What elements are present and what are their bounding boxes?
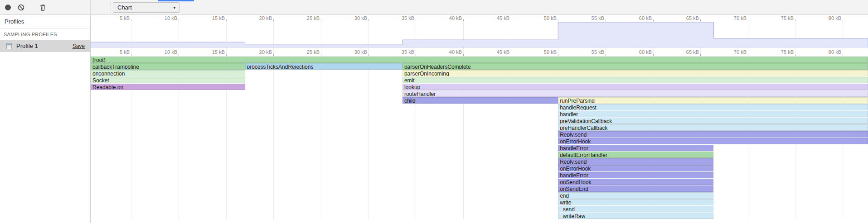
- trash-icon: [39, 4, 47, 11]
- flame-bar-reply-send[interactable]: Reply.send: [558, 158, 713, 165]
- flame-bar-child[interactable]: child: [402, 97, 558, 104]
- flame-bar-parseronheaderscomplete[interactable]: parserOnHeadersComplete: [402, 63, 868, 70]
- ruler-tick-label: 75 kB: [771, 49, 794, 55]
- ruler-tick-label: 15 kB: [202, 15, 225, 21]
- toolbar-separator: [111, 2, 111, 13]
- flame-bar-onsendend[interactable]: onSendEnd: [558, 185, 713, 192]
- sampling-profiles-heading: SAMPLING PROFILES: [0, 28, 90, 40]
- circle-slash-icon: [17, 4, 25, 11]
- ruler-tick-mark: [795, 54, 795, 56]
- ruler-tick-label: 65 kB: [676, 49, 699, 55]
- flame-bar-handleerror[interactable]: handleError: [558, 172, 713, 178]
- ruler-tick-label: 30 kB: [344, 15, 367, 21]
- flame-bar-label: onErrorHook: [558, 138, 868, 144]
- ruler-tick-mark: [653, 54, 654, 56]
- flame-bar-label: _send: [558, 206, 713, 212]
- ruler-tick-mark: [131, 54, 131, 56]
- ruler-tick-label: 20 kB: [249, 15, 272, 21]
- flame-bar-label: onSendEnd: [558, 186, 713, 192]
- flame-bar-label: end: [558, 193, 713, 199]
- flame-bar-handleerror[interactable]: handleError: [558, 145, 713, 151]
- flame-bar-label: onSendHook: [558, 179, 713, 185]
- flame-bar-label: preValidationCallback: [558, 118, 868, 124]
- ruler-tick-label: 20 kB: [249, 49, 272, 55]
- ruler-tick-mark: [700, 54, 701, 56]
- ruler-bottom[interactable]: 5 kB10 kB15 kB20 kB25 kB30 kB35 kB40 kB4…: [91, 47, 868, 56]
- overview-timeline[interactable]: [91, 21, 868, 47]
- flame-bar-label: onconnection: [91, 71, 245, 76]
- ruler-tick-label: 75 kB: [771, 15, 794, 21]
- flame-bar-onconnection[interactable]: onconnection: [91, 70, 245, 76]
- delete-profile-button[interactable]: [39, 4, 47, 11]
- ruler-tick-label: 50 kB: [534, 49, 557, 55]
- record-icon: [5, 5, 11, 10]
- ruler-top[interactable]: 5 kB10 kB15 kB20 kB25 kB30 kB35 kB40 kB4…: [91, 15, 868, 21]
- ruler-tick-mark: [558, 54, 558, 56]
- flame-bar-send[interactable]: _send: [558, 206, 713, 212]
- ruler-tick-label: 55 kB: [582, 15, 604, 21]
- flame-bar-label: parserOnHeadersComplete: [403, 64, 868, 70]
- flame-bar-label: write_: [558, 199, 713, 205]
- profiles-sidebar: Profiles SAMPLING PROFILES Profile 1 Sav…: [0, 15, 91, 223]
- flame-bar-label: handleError: [558, 145, 713, 151]
- ruler-tick-label: 70 kB: [724, 49, 747, 55]
- ruler-tick-label: 60 kB: [629, 49, 652, 55]
- flame-bar-handler[interactable]: handler: [558, 111, 868, 117]
- ruler-tick-mark: [843, 54, 843, 56]
- flame-bar-defaulterrorhandler[interactable]: defaultErrorHandler: [558, 152, 713, 158]
- flame-bar-socket[interactable]: Socket: [91, 77, 245, 83]
- flame-bar-onerrorhook[interactable]: onErrorHook: [558, 165, 713, 171]
- flame-bar-readable-on[interactable]: Readable.on: [91, 84, 245, 90]
- ruler-tick-label: 40 kB: [439, 15, 462, 21]
- flame-bar-prehandlercallback[interactable]: preHandlerCallback: [558, 124, 868, 131]
- ruler-tick-label: 35 kB: [392, 49, 414, 55]
- flame-bar-write[interactable]: write_: [558, 199, 713, 205]
- ruler-tick-label: 10 kB: [155, 49, 177, 55]
- flame-bar-handlerequest[interactable]: handleRequest: [558, 104, 868, 110]
- record-button[interactable]: [4, 4, 12, 11]
- flame-bar-label: Readable.on: [91, 84, 245, 90]
- flame-bar-processticksandrejections[interactable]: processTicksAndRejections: [245, 63, 402, 70]
- ruler-tick-label: 80 kB: [819, 15, 841, 21]
- flame-bar-prevalidationcallback[interactable]: preValidationCallback: [558, 118, 868, 124]
- flame-bar-callbacktrampoline[interactable]: callbackTrampoline: [91, 63, 245, 70]
- flame-bar-parseronincoming[interactable]: parserOnIncoming: [402, 70, 868, 76]
- flame-bar-label: handler: [558, 111, 868, 117]
- flame-bar-runpreparsing[interactable]: runPreParsing: [558, 97, 868, 104]
- clear-all-button[interactable]: [17, 4, 25, 11]
- flame-bar-label: handleError: [558, 172, 713, 178]
- ruler-tick-mark: [748, 54, 748, 56]
- ruler-tick-label: 10 kB: [155, 15, 177, 21]
- flame-bar-end[interactable]: end: [558, 192, 713, 199]
- flame-bar-label: runPreParsing: [558, 98, 868, 104]
- active-tab-indicator: [158, 0, 194, 1]
- flame-bar-onsendhook[interactable]: onSendHook: [558, 179, 713, 185]
- flame-bar-label: processTicksAndRejections: [246, 64, 402, 70]
- save-profile-link[interactable]: Save: [73, 43, 85, 49]
- flame-bar-routehandler[interactable]: routeHandler: [402, 90, 868, 97]
- flame-bar-reply-send[interactable]: Reply.send: [558, 131, 868, 138]
- overview-silhouette: [91, 22, 868, 47]
- ruler-tick-label: 15 kB: [202, 49, 225, 55]
- flame-bar-onerrorhook[interactable]: onErrorHook: [558, 138, 868, 144]
- profile-list-item[interactable]: Profile 1 Save: [0, 40, 90, 52]
- flame-bar-label: handleRequest: [558, 104, 868, 110]
- flame-bar-label: defaultErrorHandler: [558, 152, 713, 158]
- flame-bar-root[interactable]: (root): [91, 57, 868, 63]
- ruler-tick-label: 35 kB: [392, 15, 414, 21]
- ruler-tick-label: 50 kB: [534, 15, 557, 21]
- ruler-tick-label: 65 kB: [676, 15, 699, 21]
- flame-bar-label: parserOnIncoming: [403, 71, 868, 76]
- chart-view-select[interactable]: Chart ▼: [113, 2, 179, 13]
- ruler-tick-label: 45 kB: [487, 49, 509, 55]
- ruler-tick-mark: [321, 54, 321, 56]
- toolbar: Chart ▼: [0, 0, 868, 15]
- ruler-tick-mark: [226, 54, 227, 56]
- chart-view-select-value: Chart: [113, 3, 179, 11]
- flame-bar-writeraw[interactable]: _writeRaw: [558, 213, 713, 219]
- ruler-tick-label: 25 kB: [297, 15, 320, 21]
- flame-bar-emit[interactable]: emit: [402, 77, 868, 83]
- ruler-tick-label: 70 kB: [724, 15, 747, 21]
- flame-bar-lookup[interactable]: lookup: [402, 84, 868, 90]
- flame-bar-label: _writeRaw: [558, 213, 713, 219]
